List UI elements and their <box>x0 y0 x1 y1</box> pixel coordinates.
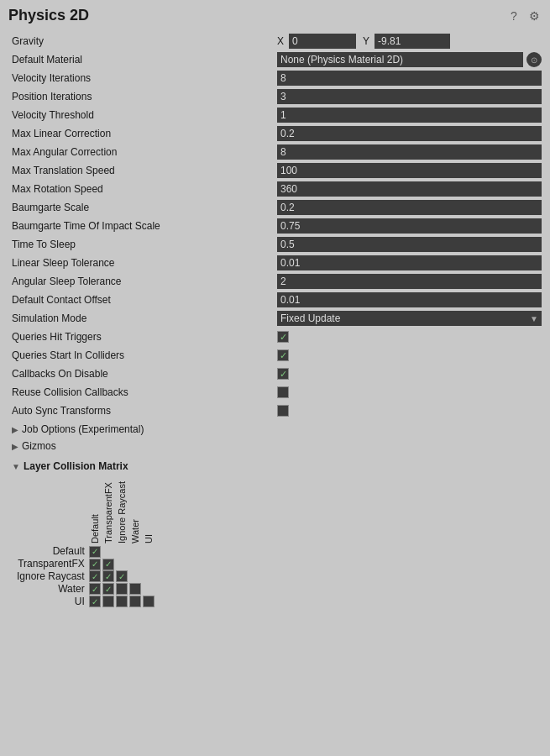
velocity-threshold-row: Velocity Threshold <box>8 107 542 123</box>
matrix-checkbox[interactable] <box>129 583 141 595</box>
matrix-checkbox[interactable] <box>143 596 155 607</box>
matrix-header-water: Water <box>128 478 142 545</box>
baumgarte-scale-input[interactable] <box>277 200 542 215</box>
default-material-row: Default Material None (Physics Material … <box>8 51 542 68</box>
callbacks-on-disable-label: Callbacks On Disable <box>8 368 277 380</box>
simulation-mode-label: Simulation Mode <box>8 312 277 324</box>
default-contact-offset-label: Default Contact Offset <box>8 294 277 306</box>
gravity-y-input[interactable] <box>375 34 450 49</box>
reuse-collision-callbacks-checkbox[interactable] <box>277 386 289 398</box>
linear-sleep-tolerance-label: Linear Sleep Tolerance <box>8 257 277 269</box>
max-angular-correction-label: Max Angular Correction <box>8 146 277 158</box>
auto-sync-transforms-checkbox[interactable] <box>277 405 289 417</box>
linear-sleep-tolerance-input[interactable] <box>277 255 542 270</box>
matrix-cell: ✓ <box>102 582 115 595</box>
panel-header: Physics 2D ? ⚙ <box>8 7 542 24</box>
panel-title: Physics 2D <box>8 7 89 24</box>
max-angular-correction-input[interactable] <box>277 144 542 160</box>
matrix-checkbox[interactable]: ✓ <box>89 583 101 595</box>
matrix-checkbox[interactable]: ✓ <box>89 546 101 558</box>
job-options-foldout-arrow: ▶ <box>12 425 18 434</box>
matrix-checkbox[interactable]: ✓ <box>89 596 101 607</box>
matrix-body: Default✓TransparentFX✓✓Ignore Raycast✓✓✓… <box>17 545 155 607</box>
max-translation-speed-input[interactable] <box>277 163 542 178</box>
matrix-header-ignore-raycast: Ignore Raycast <box>115 478 128 545</box>
matrix-row-label-water: Water <box>17 582 88 595</box>
velocity-threshold-input[interactable] <box>277 108 542 123</box>
matrix-checkbox[interactable] <box>116 596 128 607</box>
angular-sleep-tolerance-label: Angular Sleep Tolerance <box>8 276 277 287</box>
queries-start-in-colliders-checkbox[interactable]: ✓ <box>277 349 289 361</box>
matrix-row-label-transparentfx: TransparentFX <box>17 558 88 570</box>
job-options-foldout[interactable]: ▶ Job Options (Experimental) <box>8 421 542 438</box>
callbacks-on-disable-checkbox[interactable]: ✓ <box>277 368 289 380</box>
default-material-dropdown[interactable]: None (Physics Material 2D) <box>277 52 523 67</box>
matrix-checkbox[interactable] <box>116 583 128 595</box>
callbacks-on-disable-row: Callbacks On Disable ✓ <box>8 365 542 382</box>
settings-icon[interactable]: ⚙ <box>526 8 542 24</box>
auto-sync-transforms-row: Auto Sync Transforms <box>8 402 542 419</box>
default-contact-offset-input[interactable] <box>277 292 542 307</box>
time-to-sleep-input[interactable] <box>277 237 542 252</box>
matrix-cell <box>142 595 155 607</box>
max-angular-correction-row: Max Angular Correction <box>8 144 542 160</box>
baumgarte-toi-row: Baumgarte Time Of Impact Scale <box>8 218 542 234</box>
time-to-sleep-label: Time To Sleep <box>8 239 277 250</box>
matrix-row: Water✓✓ <box>17 582 155 595</box>
job-options-label: Job Options (Experimental) <box>22 423 144 435</box>
queries-hit-triggers-checkbox[interactable]: ✓ <box>277 331 289 343</box>
baumgarte-scale-label: Baumgarte Scale <box>8 202 277 213</box>
velocity-threshold-label: Velocity Threshold <box>8 109 277 121</box>
velocity-iterations-input[interactable] <box>277 71 542 86</box>
matrix-cell: ✓ <box>88 545 102 558</box>
matrix-cell: ✓ <box>88 582 102 595</box>
baumgarte-toi-label: Baumgarte Time Of Impact Scale <box>8 220 277 232</box>
matrix-checkbox[interactable]: ✓ <box>116 570 128 582</box>
gizmos-foldout-arrow: ▶ <box>12 442 18 451</box>
matrix-header-row: Default TransparentFX Ignore Raycast Wat… <box>17 478 155 545</box>
matrix-checkbox[interactable]: ✓ <box>102 559 114 570</box>
matrix-cell: ✓ <box>115 570 128 583</box>
gizmos-foldout[interactable]: ▶ Gizmos <box>8 438 542 454</box>
matrix-checkbox[interactable] <box>102 596 114 607</box>
checkmark-icon: ✓ <box>280 332 287 343</box>
angular-sleep-tolerance-input[interactable] <box>277 274 542 289</box>
max-rotation-speed-input[interactable] <box>277 181 542 197</box>
gravity-x-input[interactable] <box>289 34 356 49</box>
simulation-mode-dropdown[interactable]: Fixed Update ▼ <box>277 311 542 326</box>
matrix-row-label-default: Default <box>17 545 88 558</box>
matrix-header-default: Default <box>88 478 102 545</box>
max-linear-correction-label: Max Linear Correction <box>8 128 277 139</box>
position-iterations-row: Position Iterations <box>8 88 542 105</box>
queries-hit-triggers-label: Queries Hit Triggers <box>8 331 277 343</box>
baumgarte-toi-input[interactable] <box>277 218 542 234</box>
matrix-checkbox[interactable] <box>129 596 141 607</box>
gravity-x-label: X <box>277 35 284 47</box>
matrix-checkbox[interactable]: ✓ <box>102 583 114 595</box>
matrix-empty-header <box>17 478 88 545</box>
angular-sleep-tolerance-row: Angular Sleep Tolerance <box>8 273 542 290</box>
matrix-cell <box>128 595 142 607</box>
matrix-cell: ✓ <box>88 570 102 583</box>
max-translation-speed-label: Max Translation Speed <box>8 165 277 176</box>
matrix-checkbox[interactable]: ✓ <box>89 570 101 582</box>
matrix-checkbox[interactable]: ✓ <box>102 570 114 582</box>
matrix-row: Ignore Raycast✓✓✓ <box>17 570 155 583</box>
matrix-header-ui: UI <box>142 478 155 545</box>
layer-collision-matrix-foldout[interactable]: ▼ Layer Collision Matrix <box>8 458 542 475</box>
position-iterations-label: Position Iterations <box>8 91 277 102</box>
matrix-cell: ✓ <box>88 558 102 570</box>
time-to-sleep-row: Time To Sleep <box>8 236 542 253</box>
gravity-label: Gravity <box>8 35 277 47</box>
default-material-circle-button[interactable]: ⊙ <box>526 52 542 67</box>
position-iterations-input[interactable] <box>277 89 542 104</box>
gravity-y-label: Y <box>363 35 369 47</box>
matrix-checkbox[interactable]: ✓ <box>89 559 101 570</box>
help-icon[interactable]: ? <box>506 8 521 24</box>
max-rotation-speed-row: Max Rotation Speed <box>8 181 542 197</box>
queries-hit-triggers-row: Queries Hit Triggers ✓ <box>8 328 542 345</box>
matrix-cell <box>128 582 142 595</box>
max-linear-correction-input[interactable] <box>277 126 542 141</box>
layer-collision-matrix-label: Layer Collision Matrix <box>24 460 128 472</box>
layer-collision-matrix-section: ▼ Layer Collision Matrix Default Transpa… <box>8 458 542 616</box>
